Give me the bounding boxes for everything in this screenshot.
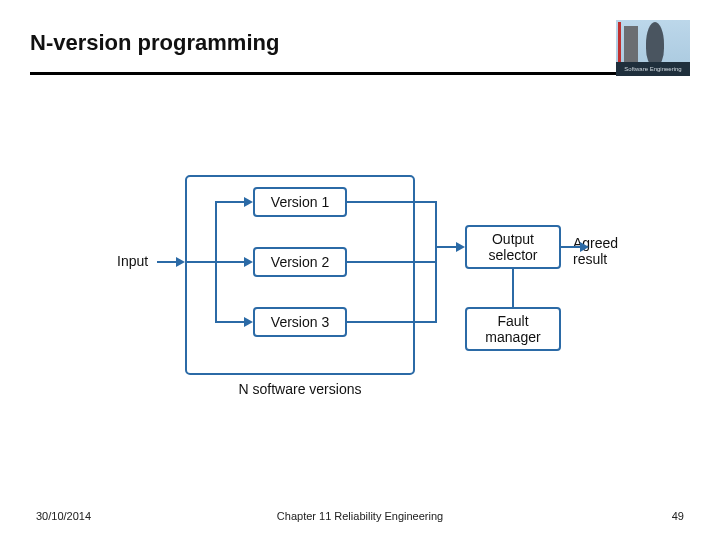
arrow-agreed-result [580,242,589,252]
label-input: Input [117,253,148,269]
logo-building-1 [624,26,638,64]
header: N-version programming [30,30,690,56]
node-output-selector: Output selector [465,225,561,269]
conn-osel-out [561,246,581,248]
title-rule [30,72,690,75]
book-logo: Software Engineering [616,20,690,76]
slide: N-version programming Software Engineeri… [0,0,720,540]
conn-to-v3 [215,321,245,323]
footer: 30/10/2014 Chapter 11 Reliability Engine… [36,510,684,522]
conn-to-v1 [215,201,245,203]
node-version-2: Version 2 [253,247,347,277]
node-version-3: Version 3 [253,307,347,337]
logo-crane [618,22,621,66]
conn-fan-stem [187,261,215,263]
arrow-to-v1 [244,197,253,207]
conn-merge-to-osel [435,246,457,248]
logo-building-2 [646,22,664,66]
n-versions-caption: N software versions [185,381,415,397]
conn-v2-out [347,261,435,263]
conn-merge-vert [435,201,437,323]
conn-input-outer [157,261,177,263]
conn-osel-fmgr [512,269,514,307]
node-version-1: Version 1 [253,187,347,217]
conn-v3-out [347,321,435,323]
arrow-to-osel [456,242,465,252]
conn-v1-out [347,201,435,203]
footer-chapter: Chapter 11 Reliability Engineering [36,510,684,522]
arrow-to-v2 [244,257,253,267]
conn-to-v2 [215,261,245,263]
logo-band: Software Engineering [616,62,690,76]
arrow-input-outer [176,257,185,267]
arrow-to-v3 [244,317,253,327]
n-version-diagram: N software versions Version 1 Version 2 … [75,165,635,405]
node-fault-manager: Fault manager [465,307,561,351]
page-title: N-version programming [30,30,690,56]
